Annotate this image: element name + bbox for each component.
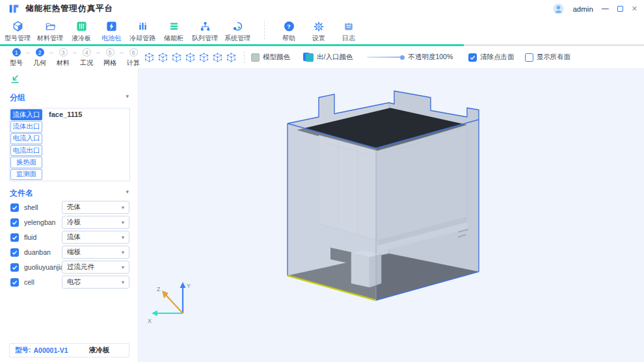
file-type-select-guoliuyuanjian[interactable]: 过流元件▾: [62, 261, 129, 274]
queue-tree-icon: [200, 21, 211, 32]
step-label: 工况: [80, 58, 93, 68]
nav-item-log[interactable]: 日志: [334, 20, 364, 44]
step-mesh[interactable]: 5 网格: [100, 48, 120, 68]
view-cube-icon-6[interactable]: [213, 53, 222, 62]
left-panel: 分组 ▾ 流体入口 流体出口 电流入口 电流出口 换热面 监测面 face_11…: [0, 68, 139, 362]
caret-down-icon: ▾: [122, 249, 124, 255]
group-button-current-outlet[interactable]: 电流出口: [10, 145, 42, 156]
file-row-duanban: duanban 端板▾: [0, 246, 139, 259]
file-type-select-fluid[interactable]: 流体▾: [62, 231, 129, 244]
group-button-monitor-face[interactable]: 监测面: [10, 169, 42, 180]
groups-collapse-caret-icon[interactable]: ▾: [126, 93, 129, 99]
file-checkbox[interactable]: [10, 218, 19, 227]
close-icon[interactable]: ✕: [632, 5, 637, 12]
nav-label: 液冷板: [72, 34, 91, 43]
step-label: 计算: [127, 58, 140, 68]
group-button-heat-exchange[interactable]: 换热面: [10, 157, 42, 168]
maximize-icon[interactable]: [617, 6, 623, 12]
file-name: cell: [24, 278, 34, 286]
nav-item-cooling-pipes[interactable]: 冷却管路: [126, 20, 159, 44]
view-cube-icon-5[interactable]: [199, 53, 209, 62]
group-face-list[interactable]: face_1115: [43, 109, 129, 181]
file-checkbox[interactable]: [10, 263, 19, 272]
step-material[interactable]: 3 材料: [53, 48, 73, 68]
clear-clicked-face-checkbox[interactable]: 清除点击面: [468, 53, 515, 62]
file-name: shell: [24, 203, 38, 211]
nav-item-help[interactable]: ? 帮助: [274, 20, 304, 44]
show-all-faces-checkbox[interactable]: 显示所有面: [525, 53, 571, 62]
nav-item-queue-management[interactable]: 队列管理: [189, 20, 221, 44]
viewport-3d[interactable]: X Y Z: [139, 68, 644, 362]
group-button-current-inlet[interactable]: 电流入口: [10, 133, 42, 144]
step-label: 型号: [10, 58, 23, 68]
model-color-label: 模型颜色: [263, 53, 290, 62]
nav-item-storage-cabinet[interactable]: 储能柜: [159, 20, 189, 44]
view-cube-icon-7[interactable]: [226, 53, 236, 62]
file-type-select-shell[interactable]: 壳体▾: [62, 201, 129, 214]
opacity-slider-knob[interactable]: [400, 55, 405, 60]
file-row-cell: cell 电芯▾: [0, 276, 139, 289]
model-3d-cabinet[interactable]: [273, 90, 494, 308]
app-title: 储能柜热管理仿真平台: [25, 3, 113, 14]
face-item[interactable]: face_1115: [49, 110, 82, 118]
file-row-shell: shell 壳体▾: [0, 201, 139, 214]
import-icon[interactable]: [10, 74, 20, 84]
minimize-icon[interactable]: —: [602, 5, 609, 12]
file-checkbox[interactable]: [10, 248, 19, 257]
secondary-toolbar: 1 型号 2 几何 3 材料 4 工况 5 网格 6 计算: [0, 46, 644, 68]
step-condition[interactable]: 4 工况: [77, 48, 96, 68]
files-collapse-caret-icon[interactable]: ▾: [126, 188, 129, 195]
model-status-bar: 型号: A00001-V1 液冷板: [9, 343, 129, 357]
nav-label: 队列管理: [192, 34, 218, 43]
nav-label: 设置: [312, 34, 325, 43]
step-number: 4: [83, 48, 91, 57]
opacity-slider[interactable]: [367, 57, 403, 58]
caret-down-icon: ▾: [122, 204, 124, 211]
file-name: fluid: [24, 233, 36, 241]
step-geometry[interactable]: 2 几何: [30, 48, 49, 68]
file-type-select-duanban[interactable]: 端板▾: [62, 246, 129, 259]
checkbox-icon[interactable]: [525, 53, 533, 62]
view-cube-icon-4[interactable]: [185, 53, 195, 62]
file-checkbox[interactable]: [10, 278, 19, 287]
nav-item-battery-pack[interactable]: 电池包: [96, 20, 126, 44]
user-avatar[interactable]: [553, 3, 564, 14]
file-type-select-cell[interactable]: 电芯▾: [62, 276, 129, 289]
group-button-fluid-outlet[interactable]: 流体出口: [10, 121, 42, 132]
file-checkbox[interactable]: [10, 203, 19, 212]
view-cube-icon-3[interactable]: [172, 53, 181, 62]
step-model[interactable]: 1 型号: [7, 48, 26, 68]
step-compute[interactable]: 6 计算: [124, 48, 143, 68]
liquid-cold-plate-icon: [76, 21, 87, 32]
inlet-outlet-color-swatch[interactable]: [303, 53, 314, 62]
file-row-yelengban: yelengban 冷板▾: [0, 216, 139, 229]
view-cube-icon-1[interactable]: [144, 53, 154, 62]
caret-down-icon: ▾: [122, 219, 124, 226]
storage-cabinet-icon: [168, 21, 180, 32]
group-button-fluid-inlet[interactable]: 流体入口: [10, 109, 42, 120]
model-color-swatch[interactable]: [251, 53, 260, 62]
model-cube-icon: [12, 21, 23, 32]
nav-item-system-management[interactable]: 系统管理: [221, 20, 254, 44]
model-number-label: 型号:: [15, 346, 31, 355]
step-number: 1: [12, 48, 21, 57]
view-cube-icon-2[interactable]: [158, 53, 168, 62]
app-logo-icon: [8, 3, 20, 14]
system-management-icon: [232, 21, 243, 32]
checkbox-icon[interactable]: [468, 53, 477, 62]
inlet-outlet-color-label: 出/入口颜色: [317, 53, 353, 62]
step-number: 2: [36, 48, 44, 57]
nav-item-model-management[interactable]: 型号管理: [1, 20, 34, 44]
step-number: 5: [106, 48, 114, 57]
viewer-toolbar: 模型颜色 出/入口颜色 不透明度100% 清除点击面 显示所有面: [144, 46, 570, 68]
nav-item-settings[interactable]: 设置: [304, 20, 334, 44]
step-label: 材料: [57, 58, 70, 68]
file-type-select-yelengban[interactable]: 冷板▾: [62, 216, 129, 229]
battery-pack-icon: [106, 21, 117, 32]
nav-item-liquid-cold-plate[interactable]: 液冷板: [66, 20, 96, 44]
groups-section-title: 分组: [10, 92, 25, 103]
nav-item-material-management[interactable]: 材料管理: [34, 20, 66, 44]
caret-down-icon: ▾: [122, 279, 124, 285]
username[interactable]: admin: [572, 5, 593, 13]
file-checkbox[interactable]: [10, 233, 19, 242]
